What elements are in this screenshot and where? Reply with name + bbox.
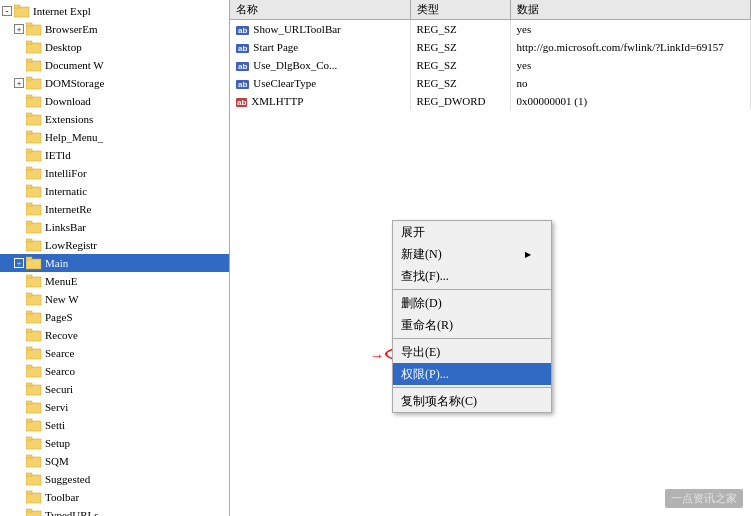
tree-item-setup[interactable]: Setup [0,434,229,452]
reg-type-cell: REG_SZ [410,56,510,74]
tree-item-download[interactable]: Download [0,92,229,110]
tree-item-ietld[interactable]: IETld [0,146,229,164]
tree-item-desktop[interactable]: Desktop [0,38,229,56]
tree-item-label: Toolbar [45,491,79,503]
folder-icon-root [14,4,30,18]
svg-rect-23 [26,203,32,206]
context-menu-item-delete[interactable]: 删除(D) [393,292,551,314]
col-header-name: 名称 [230,0,410,20]
tree-item-label: Securi [45,383,73,395]
svg-rect-20 [26,187,41,197]
svg-rect-30 [26,277,41,287]
context-menu-item-new[interactable]: 新建(N)▶ [393,243,551,265]
tree-item-extensions[interactable]: Extensions [0,110,229,128]
tree-item-main[interactable]: + Main [0,254,229,272]
reg-type-cell: REG_SZ [410,20,510,38]
tree-item-searce[interactable]: Searce [0,344,229,362]
tree-expand-root[interactable]: - [2,6,12,16]
reg-value-cell: yes [510,56,751,74]
tree-item-menue[interactable]: MenuE [0,272,229,290]
tree-item-toolbar[interactable]: Toolbar [0,488,229,506]
table-row[interactable]: abXMLHTTPREG_DWORD0x00000001 (1) [230,92,751,110]
context-menu-item-export[interactable]: 导出(E) [393,341,551,363]
registry-tree: - Internet Expl + BrowserEm [0,0,229,516]
svg-rect-40 [26,367,41,377]
tree-item-label: Setup [45,437,70,449]
tree-item-browser-em[interactable]: + BrowserEm [0,20,229,38]
reg-type-cell: REG_SZ [410,74,510,92]
tree-expand-main[interactable]: + [14,258,24,268]
folder-icon [26,274,42,288]
tree-item-recove[interactable]: Recove [0,326,229,344]
context-menu-item-rename[interactable]: 重命名(R) [393,314,551,336]
svg-rect-11 [26,95,32,98]
svg-rect-35 [26,311,32,314]
tree-item-label: Download [45,95,91,107]
tree-item-intellifor[interactable]: IntelliFor [0,164,229,182]
arrow-indicator: → [370,348,384,364]
reg-name-cell: abXMLHTTP [230,92,410,110]
svg-rect-17 [26,149,32,152]
svg-rect-6 [26,61,41,71]
svg-rect-4 [26,43,41,53]
tree-item-internetre[interactable]: InternetRe [0,200,229,218]
table-row[interactable]: abShow_URLToolBarREG_SZyes [230,20,751,38]
tree-item-label: Searce [45,347,74,359]
svg-rect-3 [26,23,32,26]
table-row[interactable]: abStart PageREG_SZhttp://go.microsoft.co… [230,38,751,56]
tree-item-securi[interactable]: Securi [0,380,229,398]
tree-item-typedurls[interactable]: TypedURLs [0,506,229,516]
tree-item-label: LinksBar [45,221,86,233]
folder-icon-main [26,256,42,270]
tree-item-document[interactable]: Document W [0,56,229,74]
tree-item-label: InternetRe [45,203,91,215]
col-header-data: 数据 [510,0,751,20]
folder-icon [26,184,42,198]
tree-item-sqm[interactable]: SQM [0,452,229,470]
svg-rect-18 [26,169,41,179]
folder-icon [26,328,42,342]
context-menu-item-permissions[interactable]: 权限(P)... [393,363,551,385]
tree-item-label: MenuE [45,275,77,287]
tree-item-searco[interactable]: Searco [0,362,229,380]
context-menu-item-expand[interactable]: 展开 [393,221,551,243]
tree-root[interactable]: - Internet Expl [0,2,229,20]
tree-item-domstorage[interactable]: + DOMStorage [0,74,229,92]
tree-item-label: Setti [45,419,65,431]
reg-type-cell: REG_DWORD [410,92,510,110]
tree-item-lowregistr[interactable]: LowRegistr [0,236,229,254]
tree-item-internatic[interactable]: Internatic [0,182,229,200]
tree-root-label: Internet Expl [33,5,91,17]
svg-rect-19 [26,167,32,170]
folder-icon [26,472,42,486]
tree-item-label: IETld [45,149,71,161]
table-row[interactable]: abUseClearTypeREG_SZno [230,74,751,92]
context-menu-item-copy-name[interactable]: 复制项名称(C) [393,390,551,412]
table-row[interactable]: abUse_DlgBox_Co...REG_SZyes [230,56,751,74]
svg-rect-29 [26,257,32,260]
tree-item-linksbar[interactable]: LinksBar [0,218,229,236]
svg-rect-43 [26,383,32,386]
tree-item-new-w[interactable]: New W [0,290,229,308]
tree-item-suggested[interactable]: Suggested [0,470,229,488]
tree-item-pages[interactable]: PageS [0,308,229,326]
tree-panel: - Internet Expl + BrowserEm [0,0,230,516]
reg-name-cell: abUse_DlgBox_Co... [230,56,410,74]
svg-rect-39 [26,347,32,350]
tree-item-label-main: Main [45,257,68,269]
tree-item-help-menu[interactable]: Help_Menu_ [0,128,229,146]
svg-rect-57 [26,509,32,512]
folder-icon [26,220,42,234]
col-header-type: 类型 [410,0,510,20]
tree-item-servi[interactable]: Servi [0,398,229,416]
reg-name-cell: abShow_URLToolBar [230,20,410,38]
tree-expand-browser-em[interactable]: + [14,24,24,34]
tree-item-label: Help_Menu_ [45,131,103,143]
svg-rect-31 [26,275,32,278]
svg-rect-16 [26,151,41,161]
tree-item-setti[interactable]: Setti [0,416,229,434]
svg-rect-50 [26,457,41,467]
context-menu-item-find[interactable]: 查找(F)... [393,265,551,287]
folder-icon [26,418,42,432]
tree-expand[interactable]: + [14,78,24,88]
